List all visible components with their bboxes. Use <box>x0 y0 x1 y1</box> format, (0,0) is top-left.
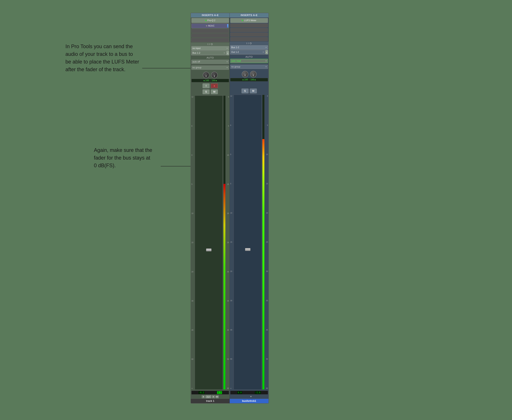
track1-pan-left-val: ◀ <box>203 79 204 82</box>
track1-insert-2[interactable]: MJUC <box>191 23 229 28</box>
track1-pan-right-knob[interactable] <box>211 72 217 78</box>
bus1-output-dropdown[interactable]: Out 1-2 ▼ <box>230 50 265 54</box>
bus1-auto-dropdown[interactable]: auto read ▼ <box>230 59 268 63</box>
bus1-auto-label: AUTO <box>230 56 268 58</box>
bus1-mute-label: M <box>252 90 254 92</box>
track1-ir-buttons: I ● <box>202 83 218 89</box>
bus1-scale-20: 20 <box>230 270 233 272</box>
track1-rscale-15: 15 <box>226 183 229 185</box>
bus1-group-arrow: ▼ <box>265 66 267 68</box>
track1-record-btn-label: ● <box>214 84 215 87</box>
bus1-fader-handle[interactable] <box>245 248 250 251</box>
bus1-transport-row: ▼ <box>230 395 269 399</box>
mixer-panel: INSERTS A-E Pro-Q 2 MJUC I / O no input … <box>191 13 269 404</box>
track1-fader-area: 12 6 0 5 10 15 20 30 40 60 ∞ <box>191 95 230 390</box>
track1-level-display: -6.2 1.2 <box>191 391 229 394</box>
track1-input-dropdown[interactable]: no input ▼ <box>191 46 229 50</box>
track1-rscale-30: 30 <box>226 271 229 273</box>
bus1-scale-15: 15 <box>230 241 233 243</box>
track1-auto-arrow: ▼ <box>226 61 228 63</box>
track1-pan-left-knob[interactable] <box>203 72 209 78</box>
track1-mute-label: M <box>213 90 216 93</box>
track1-rscale-35: 35 <box>226 300 229 302</box>
track1-mjuc-bar <box>227 24 228 28</box>
track1-output-dropdown[interactable]: Bus 1-2 ▼ <box>191 51 226 55</box>
bus1-solo-button[interactable]: S <box>241 89 248 93</box>
bus1-io-label: I / O <box>230 42 268 45</box>
track1-rscale-25: 25 <box>226 241 229 244</box>
bus1-pan-left-knob[interactable] <box>242 71 248 77</box>
bus1-scale-12: 12 <box>230 95 233 97</box>
track1-group-section: no group ▼ <box>191 65 230 71</box>
bus1-auto-arrow: ▼ <box>265 60 267 62</box>
bus1-rscale-50: 50 <box>265 358 268 360</box>
bus1-insert-1[interactable]: LUFS Meter <box>230 18 268 23</box>
track1-pan-right-val: ▶ <box>216 79 217 82</box>
track1-meter <box>223 96 225 390</box>
track1-rscale-20: 20 <box>226 212 229 214</box>
track1-auto-dropdown[interactable]: auto off ▼ <box>191 60 229 64</box>
track1-output-value: Bus 1-2 <box>193 52 200 54</box>
bus1-pan-left-val: ◀ <box>242 78 243 81</box>
track1-rscale-50: 50 <box>226 358 229 360</box>
track1-scale-40: 40 <box>191 329 194 331</box>
track1-name: track 1 <box>191 399 230 403</box>
bus1-scale-5: 5 <box>230 183 233 185</box>
track1-scale-30: 30 <box>191 300 194 302</box>
track1-scale-6: 6 <box>191 125 194 127</box>
bus1-name: busfortrck1 <box>230 399 269 403</box>
bus1-scale-40: 40 <box>230 329 233 331</box>
track1-auto-label: AUTO <box>191 56 229 59</box>
bus1-scale-30: 30 <box>230 300 233 302</box>
track1-output-row: Bus 1-2 ▼ ▲ <box>191 51 229 55</box>
bus1-vol-right: 100 <box>250 78 254 81</box>
bus1-vol-display: ◀ 100 | 100 ▶ <box>230 78 268 82</box>
bus1-pan-right-knob[interactable] <box>250 71 256 77</box>
bus1-fader-area: 12 6 0 5 10 15 20 30 40 60 ∞ <box>230 94 269 390</box>
track1-scale-0: 0 <box>191 154 194 156</box>
bus1-rscale-5: 5 <box>265 124 268 126</box>
bus1-group-value: no group <box>231 66 240 68</box>
bus1-input-dropdown[interactable]: Bus 1-2 ▼ <box>230 45 268 50</box>
bus1-mute-button[interactable]: M <box>250 89 257 93</box>
track1-insert2-dot <box>206 25 207 27</box>
bus1-scale-60: 60 <box>230 358 233 360</box>
bus1-output-side-btn[interactable]: ▲ <box>265 50 268 54</box>
bus1-channel-strip: INSERTS A-E LUFS Meter I / O Bus 1-2 ▼ O <box>230 13 269 403</box>
track1-output-side-btn[interactable]: ▲ <box>226 51 229 55</box>
track1-fader-handle[interactable] <box>206 248 211 251</box>
bus1-scale-10: 10 <box>230 212 233 214</box>
bus1-rscale-20: 20 <box>265 212 268 214</box>
track1-transport-left[interactable]: ◀ <box>202 395 205 398</box>
track1-insert2-label: MJUC <box>208 25 215 27</box>
track1-transport-right1[interactable]: ▶ <box>212 395 215 398</box>
track1-mute-button[interactable]: M <box>211 89 218 94</box>
track1-group-dropdown[interactable]: no group ▼ <box>191 66 229 70</box>
track1-input-button[interactable]: I <box>202 83 210 88</box>
track1-auto-section: AUTO auto off ▼ <box>191 56 230 65</box>
annotation-1: In Pro Tools you can send the audio of y… <box>65 43 139 73</box>
track1-solo-button[interactable]: S <box>202 89 210 94</box>
track1-scale-60: 60 <box>191 358 194 360</box>
bus1-group-dropdown[interactable]: no group ▼ <box>230 65 268 69</box>
track1-transport-row: ◀ dyn ▶ ▶▶ <box>191 395 230 399</box>
bus1-rscale-60: 60 <box>265 387 268 389</box>
track1-insert-1[interactable]: Pro-Q 2 <box>191 18 229 23</box>
track1-scale-20: 20 <box>191 271 194 273</box>
track1-record-button[interactable]: ● <box>211 83 218 88</box>
track1-auto-value: auto off <box>193 60 200 63</box>
bus1-input-value: Bus 1-2 <box>231 46 239 49</box>
bus1-insert-3 <box>230 28 268 32</box>
bus1-fader-track[interactable] <box>234 95 262 390</box>
track1-fader-track[interactable] <box>195 96 223 390</box>
bus1-scale-inf: ∞ <box>230 387 233 389</box>
track1-channel-strip: INSERTS A-E Pro-Q 2 MJUC I / O no input … <box>191 13 230 403</box>
track1-dyn-btn[interactable]: dyn <box>205 395 211 398</box>
track1-rscale-40: 40 <box>226 329 229 331</box>
track1-transport-right2[interactable]: ▶▶ <box>216 395 219 398</box>
bus1-meter <box>262 95 264 390</box>
bus1-level-right: -1.6 <box>255 391 261 394</box>
bus1-insert1-label: LUFS Meter <box>244 19 256 22</box>
track1-knobs-row <box>202 71 218 79</box>
bus1-level-display: 0.0 -1.6 <box>230 391 268 394</box>
